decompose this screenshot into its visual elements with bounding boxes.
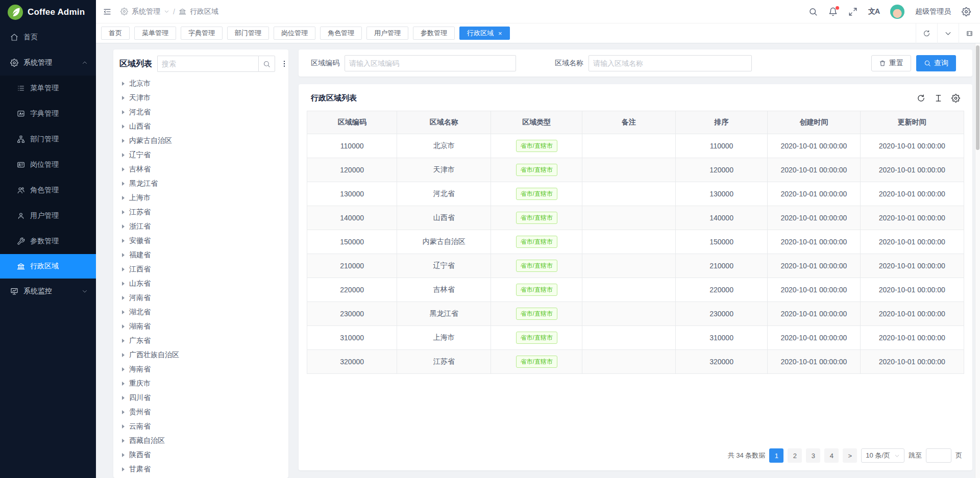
caret-right-icon[interactable] — [122, 467, 125, 471]
sidebar-item-user-management[interactable]: 用户管理 — [0, 203, 96, 229]
avatar[interactable] — [890, 5, 904, 19]
tree-item[interactable]: 重庆市 — [119, 376, 282, 391]
caret-right-icon[interactable] — [122, 353, 125, 357]
tree-item[interactable]: 云南省 — [119, 419, 282, 434]
tree-item[interactable]: 天津市 — [119, 91, 282, 105]
caret-right-icon[interactable] — [122, 367, 125, 371]
caret-right-icon[interactable] — [122, 82, 125, 86]
tree-item[interactable]: 海南省 — [119, 362, 282, 376]
tree-item[interactable]: 湖北省 — [119, 305, 282, 319]
sidebar-item-system-management[interactable]: 系统管理 — [0, 50, 96, 76]
tab[interactable]: 角色管理 — [320, 27, 362, 40]
caret-right-icon[interactable] — [122, 324, 125, 329]
caret-right-icon[interactable] — [122, 110, 125, 114]
collapse-sidebar-icon[interactable] — [103, 8, 111, 16]
tree-item[interactable]: 河北省 — [119, 105, 282, 119]
sidebar-item-dict-management[interactable]: 字典管理 — [0, 101, 96, 127]
refresh-tab-button[interactable] — [916, 23, 937, 43]
language-switch-icon[interactable]: 文A — [868, 7, 879, 16]
tree-item[interactable]: 吉林省 — [119, 162, 282, 177]
caret-right-icon[interactable] — [122, 310, 125, 314]
caret-right-icon[interactable] — [122, 253, 125, 257]
caret-right-icon[interactable] — [122, 196, 125, 200]
region-name-input[interactable] — [589, 55, 752, 71]
tree-item[interactable]: 西藏自治区 — [119, 434, 282, 448]
tree-item[interactable]: 福建省 — [119, 248, 282, 262]
jump-to-page-input[interactable] — [926, 448, 951, 463]
caret-right-icon[interactable] — [122, 382, 125, 386]
user-name[interactable]: 超级管理员 — [915, 7, 951, 16]
caret-right-icon[interactable] — [122, 339, 125, 343]
tab[interactable]: 行政区域× — [459, 27, 510, 40]
sidebar-item-admin-region[interactable]: 行政区域 — [0, 254, 96, 279]
page-scrollbar[interactable] — [975, 43, 980, 478]
tree-more-button[interactable] — [280, 60, 288, 68]
gear-icon[interactable] — [962, 7, 971, 16]
tree-search-input[interactable] — [157, 56, 258, 72]
sidebar-item-system-monitor[interactable]: 系统监控 — [0, 279, 96, 304]
tree-item[interactable]: 陕西省 — [119, 448, 282, 462]
row-height-icon[interactable] — [934, 94, 943, 103]
tree-item[interactable]: 辽宁省 — [119, 148, 282, 162]
tab[interactable]: 用户管理 — [366, 27, 408, 40]
caret-right-icon[interactable] — [122, 139, 125, 143]
page-size-select[interactable]: 10 条/页 — [861, 448, 904, 463]
caret-right-icon[interactable] — [122, 153, 125, 157]
sidebar-item-post-management[interactable]: 岗位管理 — [0, 152, 96, 178]
caret-right-icon[interactable] — [122, 453, 125, 457]
tree-item[interactable]: 湖南省 — [119, 319, 282, 334]
caret-right-icon[interactable] — [122, 410, 125, 414]
tab[interactable]: 字典管理 — [181, 27, 223, 40]
caret-right-icon[interactable] — [122, 224, 125, 229]
fullscreen-icon[interactable] — [848, 7, 857, 16]
pagination-next-button[interactable]: > — [843, 448, 857, 463]
tree-item[interactable]: 内蒙古自治区 — [119, 134, 282, 148]
caret-right-icon[interactable] — [122, 439, 125, 443]
tab-close-icon[interactable]: × — [498, 30, 502, 37]
tree-item[interactable]: 浙江省 — [119, 219, 282, 234]
tab[interactable]: 部门管理 — [227, 27, 269, 40]
sidebar-item-dept-management[interactable]: 部门管理 — [0, 127, 96, 152]
caret-right-icon[interactable] — [122, 282, 125, 286]
tab[interactable]: 参数管理 — [413, 27, 455, 40]
tree-search-button[interactable] — [258, 56, 275, 72]
tree-item[interactable]: 安徽省 — [119, 234, 282, 248]
sidebar-item-home[interactable]: 首页 — [0, 24, 96, 50]
caret-right-icon[interactable] — [122, 167, 125, 171]
tree-item[interactable]: 山西省 — [119, 119, 282, 134]
caret-right-icon[interactable] — [122, 396, 125, 400]
tab[interactable]: 首页 — [101, 27, 130, 40]
sidebar-item-menu-management[interactable]: 菜单管理 — [0, 76, 96, 101]
tree-item[interactable]: 河南省 — [119, 291, 282, 305]
caret-right-icon[interactable] — [122, 267, 125, 271]
caret-right-icon[interactable] — [122, 96, 125, 100]
pagination-page-button[interactable]: 3 — [806, 448, 820, 463]
caret-right-icon[interactable] — [122, 182, 125, 186]
tree-item[interactable]: 江苏省 — [119, 205, 282, 219]
breadcrumb-item-system[interactable]: 系统管理 — [132, 7, 160, 16]
sidebar-item-param-management[interactable]: 参数管理 — [0, 229, 96, 254]
region-code-input[interactable] — [345, 55, 516, 71]
pagination-page-button[interactable]: 2 — [788, 448, 802, 463]
caret-right-icon[interactable] — [122, 124, 125, 129]
notifications-button[interactable] — [828, 7, 838, 16]
caret-right-icon[interactable] — [122, 239, 125, 243]
gear-icon[interactable] — [951, 94, 960, 103]
pagination-page-button[interactable]: 4 — [824, 448, 839, 463]
tree-item[interactable]: 山东省 — [119, 276, 282, 291]
scrollbar-thumb[interactable] — [976, 45, 979, 150]
tab[interactable]: 岗位管理 — [274, 27, 315, 40]
query-button[interactable]: 查询 — [916, 55, 956, 71]
tree-item[interactable]: 江西省 — [119, 262, 282, 276]
caret-right-icon[interactable] — [122, 424, 125, 429]
refresh-icon[interactable] — [917, 94, 925, 103]
reset-button[interactable]: 重置 — [871, 55, 911, 71]
sidebar-item-role-management[interactable]: 角色管理 — [0, 178, 96, 203]
tab-list-dropdown-button[interactable] — [937, 23, 959, 43]
tree-item[interactable]: 上海市 — [119, 191, 282, 205]
maximize-content-button[interactable] — [959, 23, 980, 43]
tree-item[interactable]: 北京市 — [119, 77, 282, 91]
tree-item[interactable]: 甘肃省 — [119, 462, 282, 476]
caret-right-icon[interactable] — [122, 210, 125, 214]
tree-item[interactable]: 广东省 — [119, 334, 282, 348]
